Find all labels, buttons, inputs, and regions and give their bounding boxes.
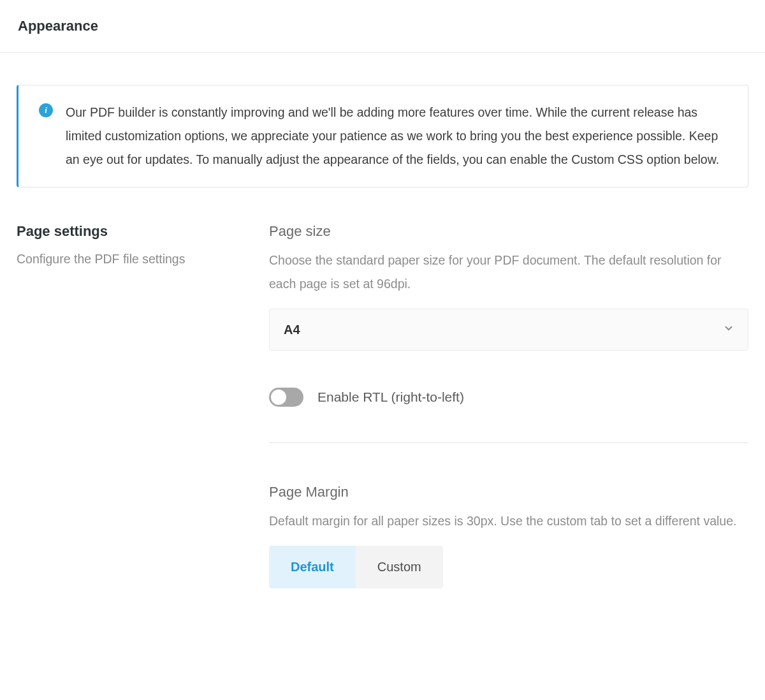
rtl-toggle-label: Enable RTL (right-to-left) [317, 390, 464, 405]
page-margin-description: Default margin for all paper sizes is 30… [269, 509, 748, 533]
page-size-selected-value: A4 [284, 323, 300, 337]
page-size-title: Page size [269, 223, 748, 240]
tab-custom[interactable]: Custom [356, 546, 443, 588]
rtl-toggle-row: Enable RTL (right-to-left) [269, 388, 748, 407]
appearance-header: Appearance [0, 0, 765, 53]
info-text: Our PDF builder is constantly improving … [66, 101, 725, 171]
page-size-select[interactable]: A4 [269, 309, 748, 351]
rtl-toggle[interactable] [269, 388, 303, 407]
section-divider [269, 442, 748, 443]
page-margin-title: Page Margin [269, 484, 748, 500]
settings-layout: Page settings Configure the PDF file set… [17, 223, 748, 588]
settings-left-column: Page settings Configure the PDF file set… [17, 223, 208, 588]
tab-default[interactable]: Default [269, 546, 356, 588]
page-settings-title: Page settings [17, 223, 208, 240]
settings-right-column: Page size Choose the standard paper size… [269, 223, 748, 588]
page-title: Appearance [18, 18, 747, 34]
page-size-description: Choose the standard paper size for your … [269, 249, 748, 296]
page-size-select-wrap: A4 [269, 309, 748, 351]
info-banner: i Our PDF builder is constantly improvin… [17, 85, 748, 187]
margin-tabs: Default Custom [269, 546, 443, 588]
content-area: i Our PDF builder is constantly improvin… [0, 53, 765, 627]
info-icon: i [39, 103, 53, 117]
page-settings-description: Configure the PDF file settings [17, 250, 208, 268]
